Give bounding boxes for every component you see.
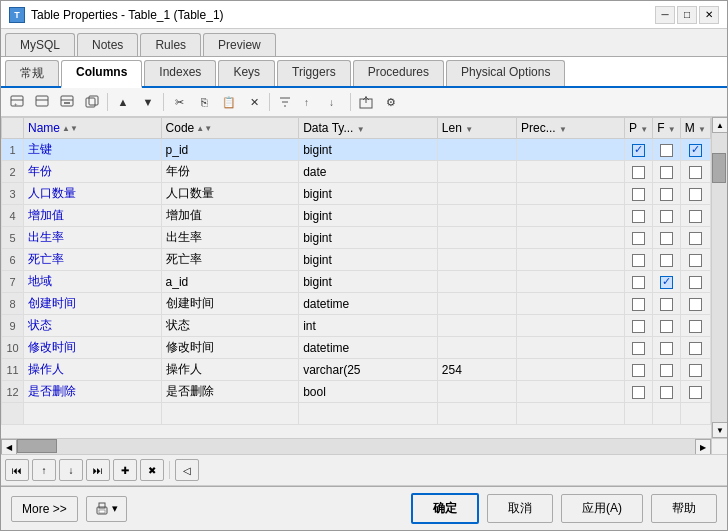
- checkbox[interactable]: [689, 210, 702, 223]
- tab-columns[interactable]: Columns: [61, 60, 142, 88]
- cell-dtype[interactable]: varchar(25: [299, 359, 438, 381]
- cell-dtype[interactable]: bigint: [299, 227, 438, 249]
- move-up-button[interactable]: ▲: [111, 91, 135, 113]
- cell-len[interactable]: [437, 205, 516, 227]
- filter-button[interactable]: [273, 91, 297, 113]
- col-header-f[interactable]: F ▼: [653, 118, 681, 139]
- cell-prec[interactable]: [517, 381, 625, 403]
- cell-code[interactable]: 状态: [161, 315, 299, 337]
- table-row[interactable]: 2年份年份date: [2, 161, 711, 183]
- delete-button[interactable]: ✕: [242, 91, 266, 113]
- checkbox[interactable]: [660, 188, 673, 201]
- checkbox[interactable]: [689, 276, 702, 289]
- sort-asc-button[interactable]: ↑: [298, 91, 322, 113]
- cell-prec[interactable]: [517, 249, 625, 271]
- col-header-len[interactable]: Len ▼: [437, 118, 516, 139]
- cell-dtype[interactable]: int: [299, 315, 438, 337]
- cell-name[interactable]: 状态: [24, 315, 162, 337]
- nav-up-button[interactable]: ↑: [32, 459, 56, 481]
- cancel-button[interactable]: 取消: [487, 494, 553, 523]
- table-row[interactable]: 5出生率出生率bigint: [2, 227, 711, 249]
- add-row-button[interactable]: +: [5, 91, 29, 113]
- cell-prec[interactable]: [517, 359, 625, 381]
- cell-len[interactable]: [437, 161, 516, 183]
- checkbox[interactable]: [689, 298, 702, 311]
- more-button[interactable]: More >>: [11, 496, 78, 522]
- checkbox[interactable]: [632, 320, 645, 333]
- checkbox[interactable]: [632, 254, 645, 267]
- copy-button[interactable]: ⎘: [192, 91, 216, 113]
- delete-row-button[interactable]: [55, 91, 79, 113]
- tab-rules[interactable]: Rules: [140, 33, 201, 56]
- nav-add-button[interactable]: ✚: [113, 459, 137, 481]
- confirm-button[interactable]: 确定: [411, 493, 479, 524]
- tab-procedures[interactable]: Procedures: [353, 60, 444, 86]
- cell-dtype[interactable]: datetime: [299, 337, 438, 359]
- cell-prec[interactable]: [517, 205, 625, 227]
- close-button[interactable]: ✕: [699, 6, 719, 24]
- cell-len[interactable]: [437, 315, 516, 337]
- col-header-name[interactable]: Name ▲▼: [24, 118, 162, 139]
- checkbox[interactable]: [660, 386, 673, 399]
- cut-button[interactable]: ✂: [167, 91, 191, 113]
- h-scroll-thumb[interactable]: [17, 439, 57, 453]
- cell-dtype[interactable]: datetime: [299, 293, 438, 315]
- table-row[interactable]: 12是否删除是否删除bool: [2, 381, 711, 403]
- checkbox[interactable]: [660, 342, 673, 355]
- table-row[interactable]: 6死亡率死亡率bigint: [2, 249, 711, 271]
- insert-row-button[interactable]: [30, 91, 54, 113]
- cell-name[interactable]: 修改时间: [24, 337, 162, 359]
- checkbox[interactable]: [689, 232, 702, 245]
- checkbox[interactable]: [660, 276, 673, 289]
- cell-dtype[interactable]: bigint: [299, 249, 438, 271]
- maximize-button[interactable]: □: [677, 6, 697, 24]
- sort-name[interactable]: Name ▲▼: [28, 121, 78, 135]
- cell-name[interactable]: 死亡率: [24, 249, 162, 271]
- cell-name[interactable]: 主键: [24, 139, 162, 161]
- checkbox[interactable]: [660, 364, 673, 377]
- checkbox[interactable]: [632, 342, 645, 355]
- cell-len[interactable]: [437, 271, 516, 293]
- sort-code[interactable]: Code ▲▼: [166, 121, 213, 135]
- cell-name[interactable]: 年份: [24, 161, 162, 183]
- cell-prec[interactable]: [517, 183, 625, 205]
- cell-len[interactable]: [437, 381, 516, 403]
- checkbox[interactable]: [632, 276, 645, 289]
- cell-dtype[interactable]: bigint: [299, 139, 438, 161]
- cell-len[interactable]: [437, 139, 516, 161]
- checkbox[interactable]: [660, 320, 673, 333]
- checkbox[interactable]: [689, 364, 702, 377]
- scroll-right-button[interactable]: ▶: [695, 439, 711, 455]
- col-header-dtype[interactable]: Data Ty... ▼: [299, 118, 438, 139]
- checkbox[interactable]: [632, 166, 645, 179]
- cell-prec[interactable]: [517, 139, 625, 161]
- cell-prec[interactable]: [517, 337, 625, 359]
- move-down-button[interactable]: ▼: [136, 91, 160, 113]
- checkbox[interactable]: [689, 166, 702, 179]
- cell-code[interactable]: 修改时间: [161, 337, 299, 359]
- checkbox[interactable]: [660, 210, 673, 223]
- cell-code[interactable]: 出生率: [161, 227, 299, 249]
- checkbox[interactable]: [689, 254, 702, 267]
- checkbox[interactable]: [660, 166, 673, 179]
- tab-mysql[interactable]: MySQL: [5, 33, 75, 56]
- cell-code[interactable]: 年份: [161, 161, 299, 183]
- scroll-thumb[interactable]: [712, 153, 726, 183]
- nav-first-button[interactable]: ⏮: [5, 459, 29, 481]
- settings-button[interactable]: ⚙: [379, 91, 403, 113]
- checkbox[interactable]: [632, 210, 645, 223]
- cell-name[interactable]: 创建时间: [24, 293, 162, 315]
- cell-code[interactable]: 死亡率: [161, 249, 299, 271]
- checkbox[interactable]: [689, 188, 702, 201]
- cell-dtype[interactable]: bigint: [299, 205, 438, 227]
- cell-code[interactable]: 人口数量: [161, 183, 299, 205]
- cell-code[interactable]: 操作人: [161, 359, 299, 381]
- table-row[interactable]: 1主键p_idbigint: [2, 139, 711, 161]
- checkbox[interactable]: [660, 254, 673, 267]
- cell-prec[interactable]: [517, 161, 625, 183]
- nav-last-button[interactable]: ⏭: [86, 459, 110, 481]
- checkbox[interactable]: [660, 144, 673, 157]
- checkbox[interactable]: [660, 298, 673, 311]
- cell-prec[interactable]: [517, 315, 625, 337]
- cell-code[interactable]: 是否删除: [161, 381, 299, 403]
